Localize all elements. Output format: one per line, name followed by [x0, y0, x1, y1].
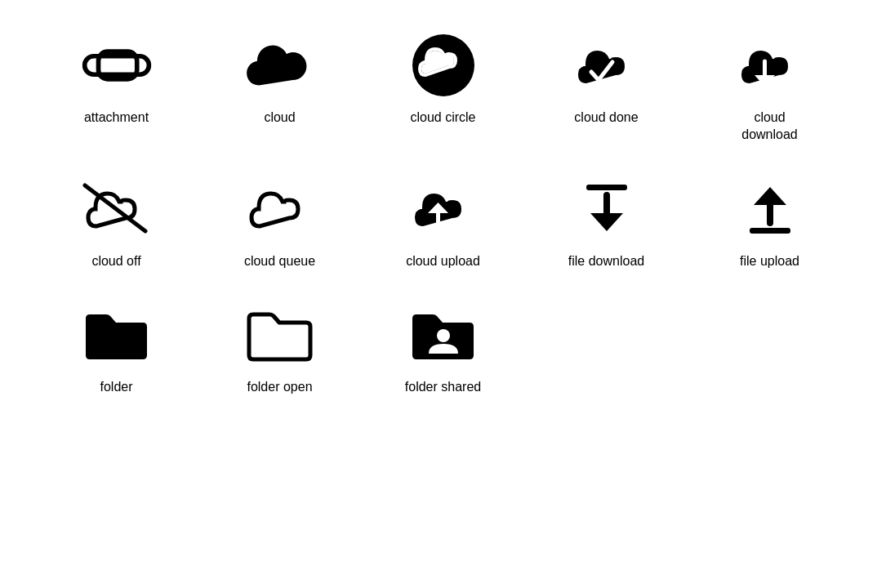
icon-grid: attachment cloud cloud circle [43, 33, 844, 396]
cloud-circle-label: cloud circle [410, 109, 475, 127]
file-download-icon [574, 176, 639, 242]
icon-item-cloud-done: cloud done [533, 33, 680, 127]
cloud-upload-label: cloud upload [406, 253, 480, 270]
cloud-queue-label: cloud queue [244, 253, 315, 270]
attachment-label: attachment [84, 109, 149, 127]
icon-item-cloud-queue: cloud queue [207, 176, 354, 270]
icon-item-folder-open: folder open [207, 302, 354, 396]
cloud-done-label: cloud done [574, 109, 638, 127]
attachment-icon [84, 33, 149, 98]
folder-shared-icon [411, 302, 476, 368]
icon-item-cloud: cloud [207, 33, 354, 127]
cloud-label: cloud [264, 109, 295, 127]
cloud-circle-icon [411, 33, 476, 98]
svg-point-16 [437, 329, 450, 342]
svg-marker-11 [590, 213, 623, 231]
cloud-upload-icon [411, 176, 476, 242]
icon-item-cloud-circle: cloud circle [370, 33, 517, 127]
folder-open-icon [247, 302, 313, 368]
svg-rect-12 [750, 228, 790, 234]
icon-item-cloud-upload: cloud upload [370, 176, 517, 270]
svg-marker-14 [754, 187, 786, 205]
icon-item-file-download: file download [533, 176, 680, 270]
icon-item-attachment: attachment [43, 33, 190, 127]
icon-item-folder: folder [43, 302, 190, 396]
cloud-download-label: cloud download [741, 109, 798, 144]
icon-item-file-upload: file upload [697, 176, 844, 270]
svg-rect-15 [252, 329, 308, 333]
folder-open-label: folder open [247, 379, 312, 396]
file-download-label: file download [568, 253, 644, 270]
cloud-done-icon [574, 33, 639, 98]
file-upload-label: file upload [740, 253, 799, 270]
folder-shared-label: folder shared [405, 379, 481, 396]
file-upload-icon [737, 176, 803, 242]
icon-item-folder-shared: folder shared [370, 302, 517, 396]
folder-icon [84, 302, 149, 368]
cloud-download-icon [737, 33, 803, 98]
cloud-queue-icon [247, 176, 313, 242]
cloud-off-label: cloud off [91, 253, 140, 270]
folder-label: folder [100, 379, 132, 396]
cloud-off-icon [84, 176, 149, 242]
icon-item-cloud-download: cloud download [697, 33, 844, 144]
svg-rect-9 [586, 185, 627, 190]
icon-item-cloud-off: cloud off [43, 176, 190, 270]
cloud-icon [247, 33, 313, 98]
